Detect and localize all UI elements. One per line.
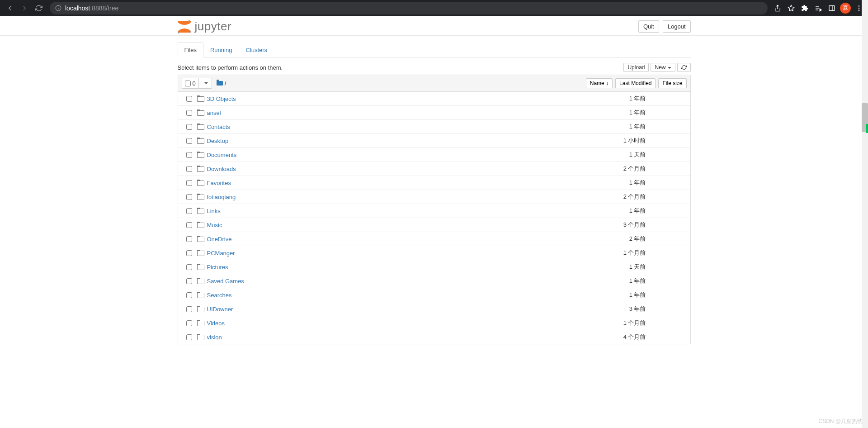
extensions-icon[interactable] [799,3,810,14]
name-col-label: Name [590,80,604,86]
row-checkbox[interactable] [186,96,192,102]
table-row: Saved Games1 年前 [178,274,690,288]
table-row: Music3 个月前 [178,218,690,232]
row-checkbox[interactable] [186,334,192,340]
row-checkbox[interactable] [186,152,192,158]
item-link[interactable]: Downloads [205,166,587,172]
item-link[interactable]: 3D Objects [205,95,587,102]
item-link[interactable]: Saved Games [205,278,587,285]
table-row: Favorites1 年前 [178,176,690,190]
select-all-control[interactable]: 0 [182,78,212,89]
row-checkbox[interactable] [186,306,192,312]
table-row: Downloads2 个月前 [178,162,690,176]
item-link[interactable]: Desktop [205,138,587,144]
address-bar[interactable]: localhost:8888/tree [50,2,768,14]
folder-icon [197,222,205,228]
item-link[interactable]: Music [205,222,587,228]
sort-size-button[interactable]: File size [658,78,686,88]
svg-point-12 [859,10,860,11]
row-checkbox[interactable] [186,278,192,284]
item-link[interactable]: ansel [205,109,587,116]
item-link[interactable]: PCManger [205,250,587,257]
svg-rect-8 [829,5,835,10]
row-checkbox[interactable] [186,264,192,270]
item-modified: 1 年前 [587,123,655,131]
scrollbar[interactable] [862,0,868,344]
table-row: vision4 个月前 [178,330,690,344]
folder-icon [197,208,205,214]
item-link[interactable]: Favorites [205,180,587,186]
item-modified: 2 年前 [587,235,655,243]
item-link[interactable]: Documents [205,152,587,158]
item-modified: 1 年前 [587,95,655,103]
chevron-down-icon [204,82,208,84]
tab-clusters[interactable]: Clusters [239,43,274,57]
new-dropdown[interactable]: New [651,63,675,72]
row-checkbox[interactable] [186,166,192,172]
svg-point-11 [859,7,860,9]
row-checkbox[interactable] [186,138,192,144]
table-row: UIDowner3 年前 [178,302,690,316]
item-link[interactable]: Videos [205,320,587,327]
row-checkbox[interactable] [186,292,192,298]
item-modified: 1 年前 [587,109,655,117]
sort-arrow-down-icon: ↓ [606,80,609,86]
item-link[interactable]: Searches [205,292,587,299]
row-checkbox[interactable] [186,320,192,326]
selected-count: 0 [193,80,196,87]
logo-text: jupyter [195,19,232,33]
row-checkbox[interactable] [186,222,192,228]
table-row: ansel1 年前 [178,106,690,120]
table-row: Pictures1 天前 [178,260,690,274]
item-link[interactable]: Pictures [205,264,587,271]
reload-button[interactable] [33,2,45,14]
row-checkbox[interactable] [186,180,192,186]
select-dropdown[interactable] [198,78,212,88]
jupyter-logo[interactable]: jupyter [178,19,232,33]
table-row: Videos1 个月前 [178,316,690,330]
sort-modified-button[interactable]: Last Modified [615,78,656,88]
item-link[interactable]: Links [205,208,587,214]
row-checkbox[interactable] [186,110,192,116]
sort-name-button[interactable]: Name ↓ [586,78,613,88]
row-checkbox[interactable] [186,250,192,256]
item-modified: 4 个月前 [587,333,655,341]
bookmark-star-icon[interactable] [786,3,797,14]
item-modified: 1 天前 [587,151,655,159]
item-link[interactable]: Contacts [205,124,587,130]
profile-avatar[interactable]: 森 [840,3,851,14]
logout-button[interactable]: Logout [663,20,691,33]
select-all-checkbox[interactable] [185,81,191,86]
quit-button[interactable]: Quit [638,20,659,33]
row-checkbox[interactable] [186,194,192,200]
forward-button[interactable] [18,2,31,14]
item-link[interactable]: OneDrive [205,236,587,243]
playlist-icon[interactable] [813,3,824,14]
upload-button[interactable]: Upload [623,63,649,72]
item-modified: 1 年前 [587,207,655,215]
site-info-icon[interactable] [55,5,61,11]
panel-icon[interactable] [826,3,837,14]
folder-icon [197,236,205,243]
list-header: 0 / Name ↓ Last Modified File size [178,75,690,92]
folder-icon [197,152,205,158]
item-link[interactable]: UIDowner [205,306,587,313]
jupyter-mark-icon [178,20,191,33]
row-checkbox[interactable] [186,236,192,242]
back-button[interactable] [4,2,16,14]
folder-icon [197,109,205,116]
folder-icon [197,180,205,186]
item-modified: 2 个月前 [587,165,655,173]
row-checkbox[interactable] [186,208,192,214]
share-icon[interactable] [772,3,783,14]
refresh-button[interactable] [677,63,691,72]
tabs: FilesRunningClusters [178,42,691,57]
item-link[interactable]: vision [205,334,587,341]
tab-running[interactable]: Running [203,43,239,57]
row-checkbox[interactable] [186,124,192,130]
new-label: New [655,64,665,71]
tab-files[interactable]: Files [178,43,203,57]
breadcrumb[interactable]: / [217,80,226,87]
item-link[interactable]: fotiaoqiang [205,194,587,200]
folder-icon [197,138,205,144]
